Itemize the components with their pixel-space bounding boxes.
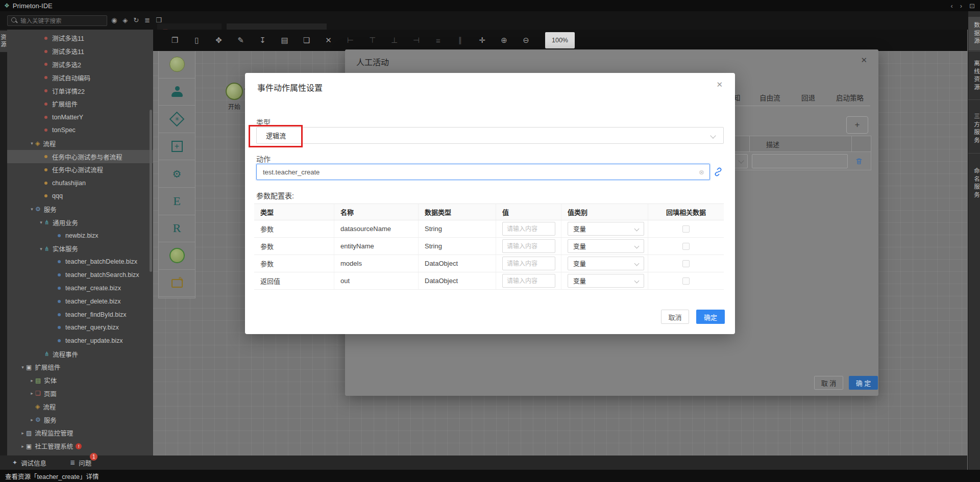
param-value-input[interactable] [502, 239, 555, 253]
tree-item-订单详情22[interactable]: 订单详情22 [7, 84, 153, 97]
value-category-select[interactable]: 变量 [568, 274, 644, 288]
zoom-out-icon[interactable]: ⊖ [521, 36, 531, 45]
end-node[interactable] [159, 242, 195, 270]
collapse-arrow-icon[interactable]: ▾ [38, 220, 44, 225]
expand-arrow-icon[interactable]: ▸ [29, 417, 35, 422]
format-brush-icon[interactable]: ✎ [236, 36, 246, 45]
description-input[interactable] [752, 154, 848, 168]
tree-item-qqq[interactable]: qqq [7, 190, 153, 203]
trash-icon[interactable] [855, 157, 863, 165]
nav-back-icon[interactable]: ‹ [950, 2, 952, 10]
tree-item-teacher_create.bizx[interactable]: teacher_create.bizx [7, 282, 153, 295]
export-icon[interactable]: ↧ [258, 36, 267, 45]
search-box[interactable] [7, 15, 107, 26]
outline-icon[interactable]: ≣ [144, 16, 150, 24]
action-input[interactable]: ⊗ [256, 164, 710, 180]
tree-item-任务中心测试参与者流程[interactable]: 任务中心测试参与者流程 [7, 150, 153, 163]
tree-item-扩展组件[interactable]: ▾▣扩展组件 [7, 361, 153, 374]
refresh-icon[interactable]: ↻ [133, 16, 139, 24]
clear-icon[interactable]: ⊗ [699, 168, 704, 176]
tree-item-实体服务[interactable]: ▾⋔实体服务 [7, 242, 153, 256]
backfill-checkbox[interactable] [682, 260, 690, 267]
dialog-tab-自由流[interactable]: 自由流 [760, 92, 780, 103]
document-icon[interactable]: ▤ [280, 36, 289, 45]
validate-icon[interactable]: ◈ [122, 16, 128, 24]
dialog-tab-启动策略[interactable]: 启动策略 [836, 92, 864, 103]
add-row-button[interactable]: + [846, 116, 868, 134]
ok-button[interactable]: 确 定 [849, 376, 878, 390]
tree-item-页面[interactable]: ▸❏页面 [7, 387, 153, 400]
backfill-checkbox[interactable] [682, 243, 690, 250]
right-rail-tab-数据源[interactable]: 数据源 [968, 17, 980, 50]
gateway-node[interactable]: ✳ [159, 106, 195, 133]
copy-icon[interactable]: ❐ [170, 36, 180, 45]
pan-icon[interactable]: ✥ [214, 36, 224, 45]
dialog-tab-回退[interactable]: 回退 [801, 92, 815, 103]
save-icon[interactable]: ⊡ [969, 2, 975, 10]
service-node[interactable]: ⚙ [159, 160, 195, 188]
right-rail-tab-命名服务[interactable]: 命名服务 [968, 158, 980, 209]
tree-item-流程监控管理[interactable]: ▸▨流程监控管理 [7, 426, 153, 440]
tree-item-服务[interactable]: ▾⚙服务 [7, 202, 153, 216]
e-node[interactable]: E [159, 188, 195, 215]
close-icon[interactable]: ✕ [861, 56, 867, 65]
expand-arrow-icon[interactable]: ▸ [19, 430, 26, 436]
delete-icon[interactable]: ✕ [324, 36, 333, 45]
tree-item-实体[interactable]: ▸▤实体 [7, 374, 153, 387]
tree-item-teacher_batchSearch.bizx[interactable]: teacher_batchSearch.bizx [7, 268, 153, 282]
rail-tab-resources[interactable]: 资源 [0, 31, 7, 52]
value-category-select[interactable]: 变量 [568, 239, 644, 253]
library-icon[interactable]: ❒ [156, 16, 162, 24]
start-node[interactable] [159, 51, 195, 79]
tree-item-tonMatterY[interactable]: tonMatterY [7, 111, 153, 124]
param-value-input[interactable] [502, 257, 555, 270]
expand-arrow-icon[interactable]: ▸ [19, 444, 26, 449]
r-node[interactable]: R [159, 215, 195, 243]
tree-item-测试多选11[interactable]: 测试多选11 [7, 32, 153, 45]
copy-document-icon[interactable]: ❏ [302, 36, 311, 45]
tree-item-测试自动编码[interactable]: 测试自动编码 [7, 71, 153, 84]
expand-arrow-icon[interactable]: ▸ [29, 378, 35, 383]
tree-item-tonSpec[interactable]: tonSpec [7, 124, 153, 137]
value-category-select[interactable]: 变量 [568, 257, 644, 270]
tree-item-扩展组件[interactable]: 扩展组件 [7, 97, 153, 111]
value-category-select[interactable]: 变量 [568, 222, 644, 236]
param-value-input[interactable] [502, 222, 555, 236]
tree-item-服务[interactable]: ▸⚙服务 [7, 413, 153, 426]
collapse-arrow-icon[interactable]: ▾ [29, 141, 35, 146]
cancel-button[interactable]: 取消 [661, 310, 689, 324]
note-node[interactable]: ✎ [159, 270, 195, 297]
right-rail-tab-离线资源[interactable]: 离线资源 [968, 56, 980, 96]
tree-item-chufashijian[interactable]: chufashijian [7, 176, 153, 190]
tree-item-teacher_batchDelete.bizx[interactable]: teacher_batchDelete.bizx [7, 256, 153, 269]
zoom-level[interactable]: 100% [545, 32, 575, 48]
ok-button[interactable]: 确定 [696, 310, 725, 324]
type-select[interactable]: 逻辑流 [256, 127, 724, 144]
collapse-arrow-icon[interactable]: ▾ [19, 365, 26, 370]
tree-item-任务中心测试流程[interactable]: 任务中心测试流程 [7, 163, 153, 176]
tree-item-流程[interactable]: ▾◈流程 [7, 137, 153, 150]
link-icon[interactable] [714, 167, 723, 176]
right-rail-tab-三方服务[interactable]: 三方服务 [968, 105, 980, 154]
backfill-checkbox[interactable] [682, 225, 690, 233]
tree-item-teacher_query.bizx[interactable]: teacher_query.bizx [7, 321, 153, 335]
ai-icon[interactable]: ◉ [111, 16, 117, 24]
expand-arrow-icon[interactable]: ▸ [29, 391, 35, 396]
tree-item-newbiz.bizx[interactable]: newbiz.bizx [7, 229, 153, 242]
tree-item-流程事件[interactable]: ⋔流程事件 [7, 347, 153, 361]
tree-item-测试多选11[interactable]: 测试多选11 [7, 45, 153, 58]
start-node[interactable] [226, 83, 243, 100]
collapse-arrow-icon[interactable]: ▾ [38, 246, 44, 251]
cancel-button[interactable]: 取 消 [814, 376, 843, 390]
close-icon[interactable]: ✕ [716, 80, 723, 89]
sidebar-scrollbar[interactable] [150, 110, 152, 272]
bottom-tab-debug[interactable]: ✦调试信息 [12, 458, 46, 468]
bottom-tab-problems[interactable]: ≣问题1 [70, 458, 91, 468]
tree-item-通用业务[interactable]: ▾⋔通用业务 [7, 216, 153, 229]
human-activity-node[interactable] [159, 79, 195, 106]
search-input[interactable] [20, 18, 107, 24]
subprocess-node[interactable]: + [159, 133, 195, 161]
tree-item-流程[interactable]: ◈流程 [7, 400, 153, 413]
nav-forward-icon[interactable]: › [960, 2, 962, 10]
zoom-in-icon[interactable]: ⊕ [499, 36, 509, 45]
